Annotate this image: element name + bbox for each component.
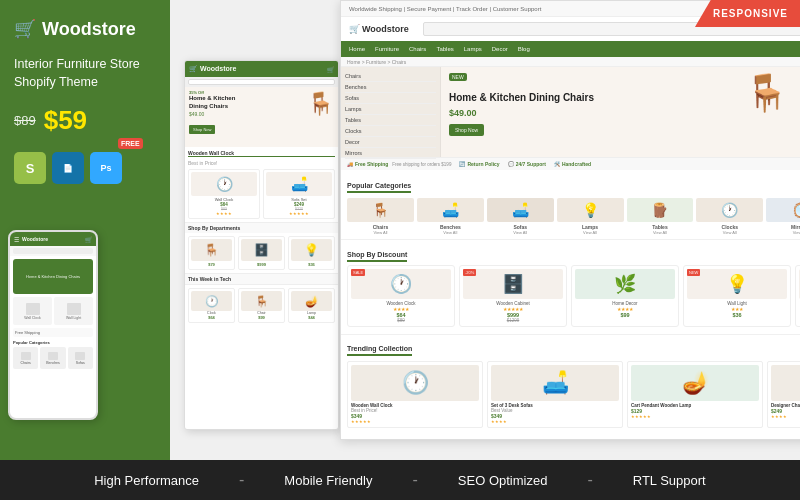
main-area: 🛒 Woodstore 🛒 35% Off Home & KitchenDini… xyxy=(170,0,800,460)
product-card[interactable]: -20% 🗄️ Wooden Cabinet ★★★★★ $999 $1299 xyxy=(459,265,567,327)
hero-sidebar: Chairs Benches Sofas Lamps Tables Clocks… xyxy=(341,67,441,157)
separator-2: - xyxy=(413,471,418,489)
bottom-bar: High Performance - Mobile Friendly - SEO… xyxy=(0,460,800,500)
feature-high-performance: High Performance xyxy=(94,473,199,488)
hero-main: NEW Home & Kitchen Dining Chairs $49.00 … xyxy=(441,67,799,157)
list-item: Sofas xyxy=(68,347,93,369)
trending-product-card[interactable]: 🛋️ Set of 3 Desk Sofas Best Value $349 ★… xyxy=(487,361,623,428)
hero-price: $49.00 xyxy=(449,108,791,118)
mobile-cat-label: Popular Categories xyxy=(13,340,93,345)
popular-categories-section: Popular Categories 🪑 Chairs View All 🛋️ … xyxy=(341,170,800,239)
cart-icon: 🛒 xyxy=(14,18,36,40)
mobile-product-grid: Wall Clock Wall Light xyxy=(13,297,93,325)
footer-return: 🔄 Return Policy xyxy=(459,161,499,167)
mobile-banner-text: Home & Kitchen Dining Chairs xyxy=(24,272,82,281)
sidebar-item-clocks[interactable]: Clocks xyxy=(345,126,436,137)
trending-row: 🕐 Wooden Wall Clock Best in Price! $349 … xyxy=(347,361,800,428)
hero-shop-btn[interactable]: Shop Now xyxy=(449,124,484,136)
left-panel: 🛒 Woodstore Interior Furniture Store Sho… xyxy=(0,0,170,460)
responsive-badge: RESPONSIVE xyxy=(695,0,800,27)
separator-1: - xyxy=(239,471,244,489)
free-badge: FREE xyxy=(118,138,143,149)
popular-categories-label: Popular Categories xyxy=(347,182,411,193)
product-card[interactable]: 🌿 Home Decor ★★★★ $99 xyxy=(571,265,679,327)
discount-products-row: SALE 🕐 Wooden Clock ★★★★ $64 $89 -20% 🗄️… xyxy=(347,265,800,327)
brand-name: Woodstore xyxy=(42,19,136,40)
category-card-chairs[interactable]: 🪑 Chairs View All xyxy=(347,198,414,235)
mobile-cat-grid: Chairs Benches Sofas xyxy=(13,347,93,369)
menu-item-tables[interactable]: Tables xyxy=(436,46,453,52)
menu-item-blog[interactable]: Blog xyxy=(518,46,530,52)
list-item: Benches xyxy=(40,347,65,369)
footer-free-shipping: 🚚 Free Shipping Free shipping for orders… xyxy=(347,161,451,167)
feature-mobile-friendly: Mobile Friendly xyxy=(284,473,372,488)
list-item: Chairs xyxy=(13,347,38,369)
categories-strip: 🪑 Chairs View All 🛋️ Benches View All 🛋️… xyxy=(347,198,800,235)
trending-section-label: Trending Collection xyxy=(347,345,412,356)
hero-title: Home & Kitchen Dining Chairs xyxy=(449,91,791,104)
product-card[interactable]: NEW 💡 Wall Light ★★★ $36 xyxy=(683,265,791,327)
sidebar-item-lamps[interactable]: Lamps xyxy=(345,104,436,115)
mobile-header-logo: Woodstore xyxy=(22,236,48,242)
discount-section: Shop By Discount SALE 🕐 Wooden Clock ★★★… xyxy=(341,239,800,334)
site-logo: 🛒 Woodstore xyxy=(349,24,409,34)
list-item: Wall Clock xyxy=(13,297,52,325)
trending-product-card[interactable]: 🪔 Cart Pendant Wooden Lamp $129 ★★★★★ xyxy=(627,361,763,428)
mobile-categories: Popular Categories Chairs Benches Sofas xyxy=(13,340,93,369)
sale-badge: -20% xyxy=(463,269,476,276)
category-card-tables[interactable]: 🪵 Tables View All xyxy=(627,198,694,235)
file-badge: 📄 xyxy=(52,152,84,184)
category-card-lamps[interactable]: 💡 Lamps View All xyxy=(557,198,624,235)
sidebar-item-tables[interactable]: Tables xyxy=(345,115,436,126)
feature-seo-optimized: SEO Optimized xyxy=(458,473,548,488)
category-card-sofas[interactable]: 🛋️ Sofas View All xyxy=(487,198,554,235)
mobile-header: ☰ Woodstore 🛒 xyxy=(10,232,96,246)
hero-section: Chairs Benches Sofas Lamps Tables Clocks… xyxy=(341,67,800,157)
discount-section-label: Shop By Discount xyxy=(347,251,407,262)
menu-item-decor[interactable]: Decor xyxy=(492,46,508,52)
sale-badge: NEW xyxy=(687,269,700,276)
menu-item-home[interactable]: Home xyxy=(349,46,365,52)
list-item: Wall Light xyxy=(54,297,93,325)
feature-rtl-support: RTL Support xyxy=(633,473,706,488)
menu-item-lamps[interactable]: Lamps xyxy=(464,46,482,52)
new-price: $59 xyxy=(44,105,87,136)
sidebar-item-mirrors[interactable]: Mirrors xyxy=(345,148,436,159)
mobile-body: Home & Kitchen Dining Chairs Wall Clock … xyxy=(10,256,96,372)
mobile-preview: ☰ Woodstore 🛒 Home & Kitchen Dining Chai… xyxy=(8,230,98,420)
product-card[interactable]: SALE 🕐 Wooden Clock ★★★★ $64 $89 xyxy=(347,265,455,327)
category-card-benches[interactable]: 🛋️ Benches View All xyxy=(417,198,484,235)
separator-3: - xyxy=(587,471,592,489)
shopify-badge: S xyxy=(14,152,46,184)
footer-handcrafted: 🛠️ Handcrafted xyxy=(554,161,591,167)
old-price: $89 xyxy=(14,113,36,128)
trending-product-card[interactable]: 🕐 Wooden Wall Clock Best in Price! $349 … xyxy=(347,361,483,428)
trending-product-card[interactable]: 🪑 Designer Chair Set $249 ★★★★ xyxy=(767,361,800,428)
hero-new-badge: NEW xyxy=(449,73,467,81)
footer-support: 💬 24/7 Support xyxy=(508,161,546,167)
breadcrumb: Home > Furniture > Chairs xyxy=(347,59,406,65)
sale-badge: SALE xyxy=(351,269,365,276)
menu-item-furniture[interactable]: Furniture xyxy=(375,46,399,52)
mobile-shipping: Free Shipping xyxy=(13,328,93,337)
sidebar-item-benches[interactable]: Benches xyxy=(345,82,436,93)
sidebar-item-chairs[interactable]: Chairs xyxy=(345,71,436,82)
trending-section: Trending Collection 🕐 Wooden Wall Clock … xyxy=(341,334,800,430)
category-card-clocks[interactable]: 🕐 Clocks View All xyxy=(696,198,763,235)
site-menu: Home Furniture Chairs Tables Lamps Decor… xyxy=(341,41,800,57)
mobile-banner: Home & Kitchen Dining Chairs xyxy=(13,259,93,294)
sidebar-item-sofas[interactable]: Sofas xyxy=(345,93,436,104)
brand-title: 🛒 Woodstore xyxy=(14,18,156,40)
price-block: $89 $59 xyxy=(14,105,156,136)
small-screenshot-left: 🛒 Woodstore 🛒 35% Off Home & KitchenDini… xyxy=(184,60,339,430)
product-card[interactable]: 🪑 Dining Chair ★★★★★ $149 $199 xyxy=(795,265,800,327)
menu-item-chairs[interactable]: Chairs xyxy=(409,46,426,52)
sidebar-item-decor[interactable]: Decor xyxy=(345,137,436,148)
ps-badge: Ps xyxy=(90,152,122,184)
category-card-mirrors[interactable]: 🪞 Mirrors View All xyxy=(766,198,800,235)
hero-chair-image: 🪑 xyxy=(744,72,789,114)
badge-row: S 📄 Ps FREE xyxy=(14,152,156,184)
desktop-screenshot: Worldwide Shipping | Secure Payment | Tr… xyxy=(340,0,800,440)
tagline: Interior Furniture Store Shopify Theme xyxy=(14,56,156,91)
